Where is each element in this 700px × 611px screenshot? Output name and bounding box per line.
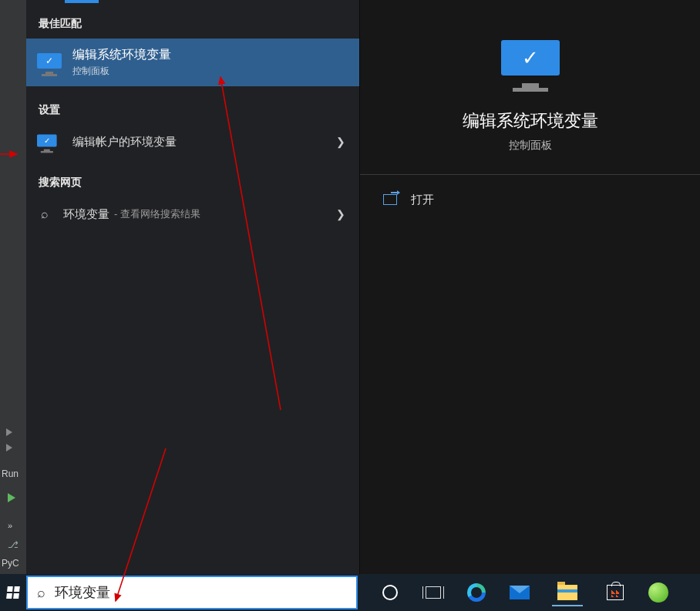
start-button[interactable] [0, 574, 26, 611]
detail-subtitle: 控制面板 [509, 139, 552, 153]
ide-chevrons: » [8, 521, 12, 530]
section-best-match: 最佳匹配 [26, 0, 359, 39]
chevron-right-icon: ❯ [336, 136, 345, 148]
mail-button[interactable] [509, 582, 530, 603]
search-results-column: 最佳匹配 ✓ 编辑系统环境变量 控制面板 设置 ✓ 编辑帐户的环境变量 ❯ [26, 0, 359, 574]
active-app-indicator [552, 605, 583, 606]
ide-pyc-label: PyC [2, 558, 19, 569]
play-icon [8, 493, 15, 505]
cortana-button[interactable] [379, 582, 401, 603]
best-match-result[interactable]: ✓ 编辑系统环境变量 控制面板 [26, 39, 359, 86]
system-settings-icon-large: ✓ [501, 40, 560, 83]
chevron-right-icon: ❯ [336, 208, 345, 220]
result-subtitle: 控制面板 [72, 65, 171, 78]
section-settings: 设置 [26, 86, 359, 125]
active-tab-indicator [65, 0, 99, 3]
start-search-panel: 最佳匹配 ✓ 编辑系统环境变量 控制面板 设置 ✓ 编辑帐户的环境变量 ❯ [26, 0, 700, 574]
taskbar: ⌕ [0, 574, 700, 611]
ide-run-label: Run [2, 468, 19, 479]
system-settings-icon: ✓ [37, 134, 57, 149]
search-icon: ⌕ [37, 207, 52, 221]
web-result-hint: - 查看网络搜索结果 [114, 207, 200, 221]
task-view-icon [426, 586, 441, 599]
search-icon: ⌕ [37, 585, 45, 601]
run-arrow-icon [6, 428, 12, 438]
open-action-label: 打开 [411, 193, 434, 207]
search-input[interactable] [55, 585, 347, 601]
windows-logo-icon [6, 586, 19, 599]
browser-360-button[interactable] [648, 582, 669, 603]
cortana-icon [382, 585, 398, 600]
file-explorer-button[interactable] [552, 577, 583, 608]
mail-icon [510, 586, 530, 599]
file-explorer-icon [557, 585, 577, 600]
result-title: 编辑系统环境变量 [72, 47, 171, 63]
web-result-title: 环境变量 [63, 207, 109, 222]
run-arrow-icon-2 [6, 443, 12, 454]
browser-360-icon [648, 582, 668, 603]
branch-icon: ⎇ [8, 539, 19, 550]
section-web: 搜索网页 [26, 159, 359, 197]
web-search-result[interactable]: ⌕ 环境变量 - 查看网络搜索结果 ❯ [26, 197, 359, 231]
taskbar-icons [379, 577, 669, 608]
detail-title: 编辑系统环境变量 [463, 109, 598, 133]
edge-icon [467, 583, 486, 602]
ms-store-icon [607, 585, 624, 600]
detail-separator [360, 174, 700, 175]
taskbar-search-box[interactable]: ⌕ [26, 576, 358, 609]
search-detail-column: ✓ 编辑系统环境变量 控制面板 打开 [359, 0, 700, 574]
edge-button[interactable] [466, 582, 487, 603]
settings-result-account-env[interactable]: ✓ 编辑帐户的环境变量 ❯ [26, 125, 359, 159]
open-external-icon [383, 194, 397, 205]
system-settings-icon: ✓ [37, 53, 62, 72]
ms-store-button[interactable] [604, 582, 626, 603]
task-view-button[interactable] [422, 582, 444, 603]
ide-gutter: Run » ⎇ PyC [0, 0, 26, 574]
settings-result-title: 编辑帐户的环境变量 [72, 135, 177, 149]
open-action[interactable]: 打开 [360, 183, 700, 217]
